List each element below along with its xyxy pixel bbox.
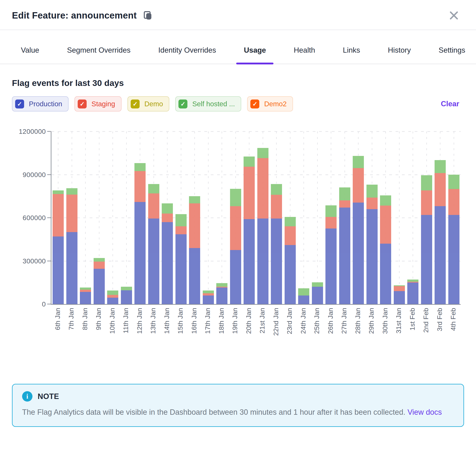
modal-header: Edit Feature: announcement xyxy=(0,0,476,21)
tab-settings[interactable]: Settings xyxy=(439,46,465,64)
x-tick-label: 6th Jan xyxy=(54,308,62,330)
x-label-cell: 18th Jan xyxy=(214,305,228,346)
stacked-bar xyxy=(162,203,173,304)
x-tick-label: 7th Jan xyxy=(67,308,75,330)
bar-segment-staging xyxy=(176,226,187,234)
bar-segment-self-hosted xyxy=(407,280,418,282)
bar-column-14th-jan xyxy=(161,131,174,304)
bar-segment-staging xyxy=(380,205,391,244)
stacked-bar xyxy=(257,148,269,304)
close-icon[interactable] xyxy=(449,10,459,21)
bar-segment-production xyxy=(285,245,296,304)
x-tick-label: 29th Jan xyxy=(367,308,375,334)
bar-segment-production xyxy=(407,282,418,304)
copy-icon[interactable] xyxy=(143,11,153,20)
checkbox-checked-icon[interactable]: ✓ xyxy=(78,99,87,108)
bar-segment-staging xyxy=(257,158,269,219)
bar-segment-self-hosted xyxy=(216,283,227,287)
bar-segment-self-hosted xyxy=(298,288,309,295)
copy-icon-front xyxy=(146,13,151,20)
stacked-bar xyxy=(94,258,105,304)
x-label-cell: 7th Jan xyxy=(65,305,78,346)
stacked-bar xyxy=(407,280,418,304)
bar-segment-staging xyxy=(66,195,77,232)
y-axis-tick xyxy=(47,174,51,175)
tab-segment-overrides[interactable]: Segment Overrides xyxy=(67,46,131,64)
tab-links[interactable]: Links xyxy=(343,46,360,64)
stacked-bar xyxy=(380,195,391,304)
checkbox-checked-icon[interactable]: ✓ xyxy=(131,99,140,108)
x-tick-label: 21st Jan xyxy=(258,308,266,333)
tab-usage[interactable]: Usage xyxy=(244,46,266,64)
x-label-cell: 19th Jan xyxy=(228,305,242,346)
stacked-bar xyxy=(285,217,296,304)
legend-chip-staging[interactable]: ✓Staging xyxy=(74,96,122,112)
y-axis-tick xyxy=(47,218,51,218)
edit-feature-modal: Edit Feature: announcement ValueSegment … xyxy=(0,0,476,454)
bar-segment-production xyxy=(134,202,146,304)
bar-segment-staging xyxy=(148,193,159,219)
v-gridline xyxy=(85,131,86,304)
view-docs-link[interactable]: View docs xyxy=(408,408,442,416)
bar-columns xyxy=(51,131,461,304)
bar-column-3rd-feb xyxy=(433,131,447,304)
bar-segment-production xyxy=(216,288,227,304)
y-tick-label: 300000 xyxy=(23,257,46,265)
legend-chip-demo2[interactable]: ✓Demo2 xyxy=(247,96,293,112)
page-title: Flag events for last 30 days xyxy=(12,78,464,88)
bar-segment-production xyxy=(366,209,378,304)
x-label-cell: 6th Jan xyxy=(51,305,65,346)
clear-filters-link[interactable]: Clear xyxy=(441,100,459,108)
bar-segment-production xyxy=(298,295,309,304)
stacked-bar xyxy=(435,160,446,304)
stacked-bar xyxy=(230,189,241,304)
x-tick-label: 1st Feb xyxy=(409,308,416,330)
bar-segment-self-hosted xyxy=(380,195,391,205)
bar-column-11th-jan xyxy=(120,131,133,304)
bar-segment-production xyxy=(230,250,241,304)
checkbox-checked-icon[interactable]: ✓ xyxy=(250,99,259,108)
x-tick-label: 12th Jan xyxy=(136,308,143,334)
legend-chip-demo[interactable]: ✓Demo xyxy=(127,96,169,112)
bar-column-12th-jan xyxy=(133,131,147,304)
bar-segment-staging xyxy=(285,226,296,245)
bar-segment-production xyxy=(325,228,337,304)
x-tick-label: 27th Jan xyxy=(340,308,348,334)
tab-history[interactable]: History xyxy=(388,46,411,64)
x-tick-label: 19th Jan xyxy=(231,308,239,334)
bar-segment-production xyxy=(448,215,460,304)
x-label-cell: 22nd Jan xyxy=(269,305,283,346)
legend-chip-production[interactable]: ✓Production xyxy=(12,96,68,112)
bar-column-17th-jan xyxy=(202,131,215,304)
tab-identity-overrides[interactable]: Identity Overrides xyxy=(158,46,216,64)
tab-value[interactable]: Value xyxy=(21,46,39,64)
v-gridline xyxy=(399,131,400,304)
tab-health[interactable]: Health xyxy=(294,46,315,64)
stacked-bar xyxy=(176,214,187,304)
y-tick-label: 1200000 xyxy=(19,128,46,135)
x-label-cell: 12th Jan xyxy=(133,305,146,346)
bar-segment-staging xyxy=(353,168,364,203)
bar-column-23rd-jan xyxy=(283,131,297,304)
note-text: The Flag Analytics data will be visible … xyxy=(22,408,408,416)
bar-segment-self-hosted xyxy=(121,287,132,290)
x-tick-label: 4th Feb xyxy=(449,308,457,331)
bar-segment-production xyxy=(94,269,105,304)
y-axis-tick xyxy=(47,261,51,261)
bar-segment-production xyxy=(435,206,446,304)
bar-segment-self-hosted xyxy=(162,203,173,213)
checkbox-checked-icon[interactable]: ✓ xyxy=(178,99,187,108)
checkbox-checked-icon[interactable]: ✓ xyxy=(15,99,24,108)
bar-segment-production xyxy=(189,248,200,304)
legend-chip-self-hosted[interactable]: ✓Self hosted ... xyxy=(175,96,241,112)
stacked-bar xyxy=(312,282,323,304)
environment-filter-chips: ✓Production✓Staging✓Demo✓Self hosted ...… xyxy=(12,96,293,112)
x-label-cell: 15th Jan xyxy=(174,305,187,346)
bar-segment-production xyxy=(52,236,64,304)
stacked-bar xyxy=(66,188,77,304)
x-axis-labels: 6th Jan7th Jan8th Jan9th Jan10th Jan11th… xyxy=(51,305,460,346)
bar-segment-staging xyxy=(244,167,255,219)
bar-segment-production xyxy=(80,292,91,304)
x-label-cell: 25th Jan xyxy=(310,305,324,346)
x-tick-label: 20th Jan xyxy=(245,308,253,334)
